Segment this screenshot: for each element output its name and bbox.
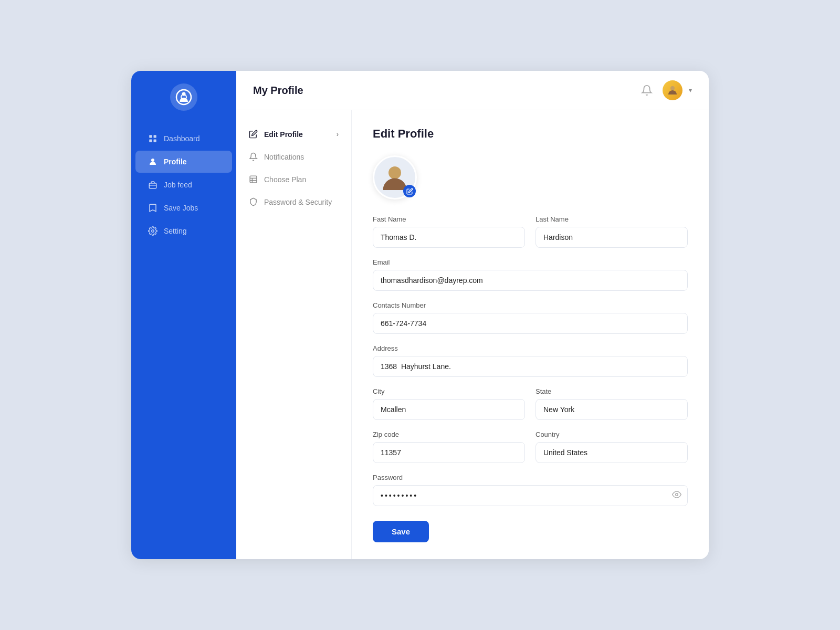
user-icon bbox=[148, 157, 158, 166]
zip-input[interactable] bbox=[373, 442, 525, 463]
svg-rect-6 bbox=[154, 140, 156, 142]
user-avatar[interactable] bbox=[663, 80, 682, 100]
header: My Profile ▾ bbox=[236, 71, 709, 110]
plan-icon bbox=[249, 175, 258, 184]
bookmark-icon bbox=[148, 203, 158, 213]
last-name-label: Last Name bbox=[536, 215, 688, 223]
avatar-edit-button[interactable] bbox=[403, 185, 416, 197]
sidebar-item-dashboard[interactable]: Dashboard bbox=[135, 128, 232, 150]
first-name-group: Fast Name bbox=[373, 215, 525, 248]
svg-rect-4 bbox=[154, 135, 156, 138]
contacts-input[interactable] bbox=[373, 313, 688, 334]
avatar-section bbox=[373, 155, 688, 200]
secondary-sidebar: Edit Profile › Notifications bbox=[236, 110, 352, 559]
user-menu-chevron[interactable]: ▾ bbox=[689, 87, 692, 94]
sec-sidebar-label-choose-plan: Choose Plan bbox=[264, 175, 306, 184]
sidebar-item-label-dashboard: Dashboard bbox=[164, 134, 200, 143]
sec-sidebar-item-password-security[interactable]: Password & Security bbox=[236, 191, 351, 213]
bell-icon bbox=[641, 85, 653, 96]
header-right: ▾ bbox=[637, 80, 692, 100]
last-name-group: Last Name bbox=[536, 215, 688, 248]
state-input[interactable] bbox=[536, 399, 688, 420]
edit-profile-chevron: › bbox=[337, 130, 339, 138]
email-group: Email bbox=[373, 258, 688, 291]
password-label: Password bbox=[373, 474, 688, 481]
contacts-group: Contacts Number bbox=[373, 301, 688, 334]
grid-icon bbox=[148, 134, 158, 143]
password-toggle-button[interactable] bbox=[672, 490, 681, 501]
city-state-row: City State bbox=[373, 387, 688, 420]
svg-point-17 bbox=[676, 494, 678, 496]
notification-bell-icon bbox=[249, 152, 258, 161]
password-group: Password bbox=[373, 474, 688, 506]
sec-sidebar-item-choose-plan[interactable]: Choose Plan bbox=[236, 168, 351, 191]
logo-icon bbox=[175, 89, 192, 106]
sec-sidebar-label-edit-profile: Edit Profile bbox=[264, 130, 303, 139]
sidebar-item-save-jobs[interactable]: Save Jobs bbox=[135, 197, 232, 219]
svg-point-7 bbox=[151, 159, 154, 162]
pencil-icon bbox=[249, 130, 258, 139]
svg-rect-5 bbox=[149, 140, 152, 142]
sec-sidebar-label-password-security: Password & Security bbox=[264, 198, 332, 206]
svg-rect-3 bbox=[149, 135, 152, 138]
state-label: State bbox=[536, 387, 688, 395]
last-name-input[interactable] bbox=[536, 227, 688, 248]
address-input[interactable] bbox=[373, 356, 688, 377]
sidebar-logo bbox=[170, 83, 197, 111]
password-row: Password bbox=[373, 474, 688, 506]
sidebar: Dashboard Profile Job feed bbox=[131, 71, 236, 559]
inner-layout: Edit Profile › Notifications bbox=[236, 110, 709, 559]
contacts-row: Contacts Number bbox=[373, 301, 688, 334]
address-label: Address bbox=[373, 344, 688, 352]
zip-label: Zip code bbox=[373, 430, 525, 438]
avatar-icon bbox=[666, 84, 679, 97]
sec-sidebar-item-notifications[interactable]: Notifications bbox=[236, 145, 351, 168]
svg-rect-8 bbox=[149, 183, 156, 188]
svg-rect-12 bbox=[250, 176, 257, 183]
sidebar-item-label-job-feed: Job feed bbox=[164, 181, 192, 189]
sidebar-item-label-profile: Profile bbox=[164, 158, 187, 166]
eye-icon bbox=[672, 490, 681, 499]
sec-sidebar-item-edit-profile[interactable]: Edit Profile › bbox=[236, 123, 351, 145]
app-container: Dashboard Profile Job feed bbox=[131, 71, 709, 559]
sidebar-item-setting[interactable]: Setting bbox=[135, 220, 232, 242]
address-group: Address bbox=[373, 344, 688, 377]
email-label: Email bbox=[373, 258, 688, 266]
briefcase-icon bbox=[148, 180, 158, 190]
state-group: State bbox=[536, 387, 688, 420]
contacts-label: Contacts Number bbox=[373, 301, 688, 309]
city-label: City bbox=[373, 387, 525, 395]
sidebar-item-job-feed[interactable]: Job feed bbox=[135, 174, 232, 196]
svg-point-11 bbox=[670, 86, 675, 90]
zip-group: Zip code bbox=[373, 430, 525, 463]
settings-icon bbox=[148, 226, 158, 236]
sidebar-item-label-save-jobs: Save Jobs bbox=[164, 204, 198, 212]
email-input[interactable] bbox=[373, 270, 688, 291]
sidebar-nav: Dashboard Profile Job feed bbox=[131, 128, 236, 242]
save-button[interactable]: Save bbox=[373, 521, 429, 542]
name-row: Fast Name Last Name bbox=[373, 215, 688, 248]
first-name-input[interactable] bbox=[373, 227, 525, 248]
address-row: Address bbox=[373, 344, 688, 377]
notification-button[interactable] bbox=[637, 81, 656, 100]
city-input[interactable] bbox=[373, 399, 525, 420]
form-area: Edit Profile bbox=[352, 110, 709, 559]
country-input[interactable] bbox=[536, 442, 688, 463]
sec-sidebar-label-notifications: Notifications bbox=[264, 153, 304, 161]
avatar-wrapper bbox=[373, 155, 417, 200]
sidebar-item-profile[interactable]: Profile bbox=[135, 151, 232, 173]
form-title: Edit Profile bbox=[373, 127, 688, 141]
zip-country-row: Zip code Country bbox=[373, 430, 688, 463]
country-label: Country bbox=[536, 430, 688, 438]
password-wrapper bbox=[373, 485, 688, 506]
password-input[interactable] bbox=[373, 485, 688, 506]
country-group: Country bbox=[536, 430, 688, 463]
shield-icon bbox=[249, 197, 258, 206]
city-group: City bbox=[373, 387, 525, 420]
svg-point-0 bbox=[176, 90, 191, 104]
svg-point-16 bbox=[388, 166, 401, 179]
sidebar-item-label-setting: Setting bbox=[164, 227, 187, 235]
page-title: My Profile bbox=[253, 85, 303, 97]
svg-point-10 bbox=[152, 230, 154, 233]
first-name-label: Fast Name bbox=[373, 215, 525, 223]
